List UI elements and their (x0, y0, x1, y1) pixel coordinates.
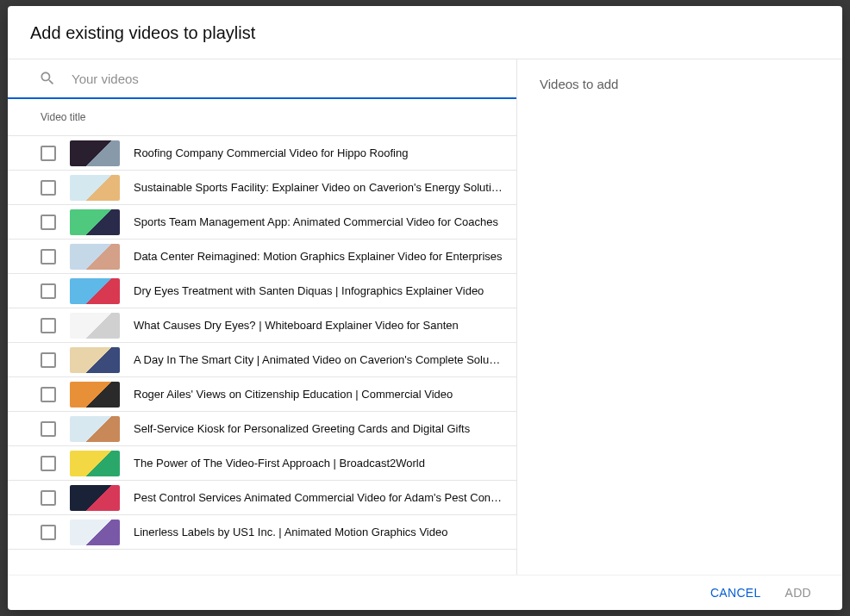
video-title: Roofing Company Commercial Video for Hip… (134, 146, 503, 159)
video-thumbnail (70, 451, 120, 476)
search-icon (39, 70, 56, 87)
video-title: Self-Service Kiosk for Personalized Gree… (134, 422, 503, 435)
video-thumbnail (70, 278, 120, 304)
video-row[interactable]: Data Center Reimagined: Motion Graphics … (8, 240, 516, 274)
videos-to-add-title: Videos to add (540, 77, 820, 91)
video-thumbnail (70, 485, 120, 511)
cancel-button[interactable]: CANCEL (710, 586, 761, 600)
video-checkbox[interactable] (41, 525, 56, 540)
video-row[interactable]: Sustainable Sports Facility: Explainer V… (8, 171, 516, 205)
dialog-body: Video title Roofing Company Commercial V… (8, 59, 842, 575)
dialog-footer: CANCEL ADD (8, 575, 842, 610)
video-thumbnail (70, 175, 120, 201)
video-thumbnail (70, 209, 120, 235)
dialog-title: Add existing videos to playlist (30, 23, 820, 43)
video-title: Linerless Labels by US1 Inc. | Animated … (134, 526, 503, 538)
video-row[interactable]: Dry Eyes Treatment with Santen Diquas | … (8, 274, 516, 308)
video-checkbox[interactable] (41, 283, 56, 299)
video-row[interactable]: Linerless Labels by US1 Inc. | Animated … (8, 515, 516, 550)
video-selection-panel: Video title Roofing Company Commercial V… (8, 59, 517, 575)
video-title: Dry Eyes Treatment with Santen Diquas | … (134, 284, 503, 297)
video-thumbnail (70, 520, 120, 545)
video-checkbox[interactable] (41, 421, 56, 437)
video-row[interactable]: What Causes Dry Eyes? | Whiteboard Expla… (8, 308, 516, 343)
dialog-header: Add existing videos to playlist (8, 6, 842, 59)
video-thumbnail (70, 244, 120, 270)
video-title: Sustainable Sports Facility: Explainer V… (134, 181, 503, 194)
video-checkbox[interactable] (41, 490, 56, 506)
video-title: The Power of The Video-First Approach | … (134, 457, 503, 470)
video-title: Data Center Reimagined: Motion Graphics … (134, 250, 503, 263)
video-title: Pest Control Services Animated Commercia… (134, 491, 503, 504)
video-row[interactable]: Pest Control Services Animated Commercia… (8, 481, 516, 515)
video-list[interactable]: Roofing Company Commercial Video for Hip… (8, 136, 516, 575)
videos-to-add-panel: Videos to add (517, 59, 842, 575)
video-title: A Day In The Smart City | Animated Video… (134, 353, 503, 366)
search-input[interactable] (72, 72, 499, 86)
video-checkbox[interactable] (41, 215, 56, 230)
video-checkbox[interactable] (41, 352, 56, 368)
video-thumbnail (70, 313, 120, 339)
video-thumbnail (70, 416, 120, 442)
video-checkbox[interactable] (41, 180, 56, 196)
video-row[interactable]: Self-Service Kiosk for Personalized Gree… (8, 412, 516, 446)
video-checkbox[interactable] (41, 249, 56, 264)
column-header-video-title: Video title (8, 99, 516, 136)
video-row[interactable]: The Power of The Video-First Approach | … (8, 446, 516, 481)
video-thumbnail (70, 140, 120, 166)
video-row[interactable]: Roger Ailes' Views on Citizenship Educat… (8, 377, 516, 412)
add-button[interactable]: ADD (785, 586, 811, 600)
video-thumbnail (70, 382, 120, 408)
video-title: What Causes Dry Eyes? | Whiteboard Expla… (134, 319, 503, 332)
video-thumbnail (70, 347, 120, 373)
add-videos-dialog: Add existing videos to playlist Video ti… (8, 6, 842, 610)
video-row[interactable]: A Day In The Smart City | Animated Video… (8, 343, 516, 377)
video-row[interactable]: Roofing Company Commercial Video for Hip… (8, 136, 516, 171)
video-row[interactable]: Sports Team Management App: Animated Com… (8, 205, 516, 240)
video-checkbox[interactable] (41, 318, 56, 333)
video-title: Sports Team Management App: Animated Com… (134, 215, 503, 228)
search-bar (8, 59, 516, 99)
video-title: Roger Ailes' Views on Citizenship Educat… (134, 388, 503, 401)
video-checkbox[interactable] (41, 456, 56, 471)
video-checkbox[interactable] (41, 146, 56, 161)
video-checkbox[interactable] (41, 387, 56, 402)
